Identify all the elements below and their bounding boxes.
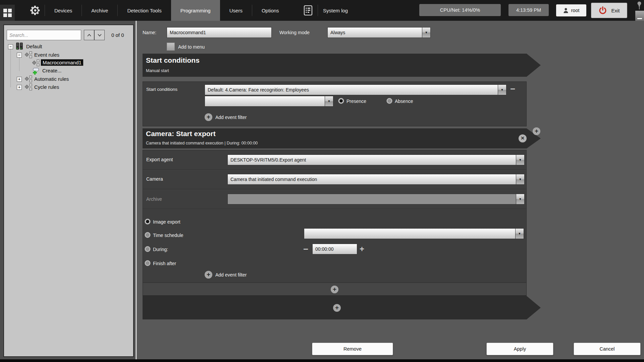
tab-detection-tools[interactable]: Detection Tools	[118, 0, 171, 21]
action-header: Camera: Start export Camera that initiat…	[143, 128, 541, 148]
absence-label: Absence	[395, 99, 413, 104]
current-user-label: root	[571, 8, 580, 13]
start-condition-event-dropdown[interactable]: Default: 4.Camera: Face recognition: Emp…	[205, 84, 506, 95]
tree-toggle-default[interactable]: −	[8, 44, 13, 49]
dropdown-arrow-icon[interactable]: ▼	[516, 174, 525, 185]
finish-after-label: Finish after	[153, 261, 176, 266]
camera-value: Camera that initiated command execution	[227, 174, 516, 185]
add-event-filter-plus-icon[interactable]: +	[205, 113, 212, 121]
add-action-plus-icon[interactable]: +	[533, 127, 540, 135]
add-event-filter-label[interactable]: Add event filter	[215, 272, 247, 278]
camera-dropdown[interactable]: Camera that initiated command execution …	[227, 174, 525, 185]
server-icon	[15, 42, 24, 50]
dropdown-arrow-icon[interactable]: ▼	[515, 228, 524, 239]
settings-gear-button[interactable]	[30, 5, 41, 17]
absence-radio[interactable]	[386, 98, 392, 104]
power-icon	[598, 6, 607, 15]
rule-branch-icon	[24, 83, 33, 91]
remove-action-close-icon[interactable]: ✕	[519, 134, 527, 142]
dropdown-arrow-icon[interactable]: ▼	[516, 194, 525, 204]
tree-item-default[interactable]: Default	[26, 44, 42, 49]
add-to-menu-label: Add to menu	[178, 44, 205, 50]
add-event-filter-plus-icon[interactable]: +	[205, 271, 212, 279]
tree-item-macrocommand1[interactable]: Macrocommand1	[41, 59, 83, 66]
add-sub-action-plus-icon[interactable]: +	[331, 286, 338, 293]
tab-archive[interactable]: Archive	[82, 0, 117, 21]
tab-users[interactable]: Users	[220, 0, 252, 21]
main-tabs: Devices Archive Detection Tools Programm…	[45, 0, 288, 21]
system-log-button[interactable]: System log	[304, 0, 348, 21]
add-event-filter-label[interactable]: Add event filter	[215, 115, 247, 120]
presence-label: Presence	[346, 99, 366, 104]
remove-button[interactable]: Remove	[312, 343, 393, 355]
export-agent-value: DESKTOP-5VRITM5/0.Export agent	[227, 155, 516, 165]
dropdown-arrow-icon[interactable]: ▼	[498, 84, 506, 95]
tree-toggle-automatic-rules[interactable]: +	[17, 77, 22, 82]
archive-dropdown[interactable]: ▼	[227, 194, 525, 204]
tab-programming[interactable]: Programming	[171, 0, 220, 21]
current-user-button[interactable]: root	[556, 4, 586, 16]
start-conditions-subtitle: Manual start	[146, 68, 169, 73]
dropdown-arrow-icon[interactable]: ▼	[516, 155, 525, 165]
sub-event-value	[205, 96, 325, 107]
cancel-button[interactable]: Cancel	[574, 343, 641, 355]
presence-radio[interactable]	[338, 98, 344, 104]
tree-item-create[interactable]: Create...	[42, 68, 62, 73]
during-radio[interactable]	[145, 246, 151, 252]
remove-condition-button[interactable]: −	[510, 84, 515, 93]
apps-grid-icon	[3, 9, 12, 17]
cpu-net-indicator[interactable]: CPU/Net: 14%/0%	[419, 4, 501, 16]
export-agent-dropdown[interactable]: DESKTOP-5VRITM5/0.Export agent ▼	[227, 155, 525, 165]
sub-event-dropdown[interactable]: ▼	[205, 96, 333, 107]
during-decrement-button[interactable]: −	[303, 245, 308, 253]
image-export-label: Image export	[153, 219, 180, 225]
tree-connector	[10, 49, 11, 87]
new-action-band: +	[143, 296, 541, 319]
image-export-radio[interactable]	[145, 219, 151, 225]
time-schedule-dropdown[interactable]: ▼	[304, 228, 524, 239]
search-match-counter: 0 of 0	[111, 32, 124, 38]
dropdown-arrow-icon[interactable]: ▼	[325, 96, 333, 107]
pin-icon[interactable]	[636, 1, 642, 10]
chevron-down-icon	[98, 34, 102, 37]
apps-menu-button[interactable]	[0, 5, 15, 21]
start-condition-event-value: Default: 4.Camera: Face recognition: Emp…	[205, 84, 498, 95]
macro-name-input[interactable]	[167, 27, 272, 38]
tree-toggle-event-rules[interactable]: −	[17, 53, 22, 58]
time-schedule-label: Time schedule	[153, 233, 183, 238]
rule-branch-icon	[24, 51, 33, 59]
new-action-plus-icon[interactable]: +	[333, 304, 341, 312]
object-tree-panel: 0 of 0 − Default − Event rules Macrocomm…	[3, 24, 134, 357]
during-time-input[interactable]	[312, 244, 357, 254]
time-schedule-radio[interactable]	[145, 232, 151, 238]
camera-label: Camera	[146, 176, 163, 182]
topbar-divider	[318, 5, 318, 16]
during-increment-button[interactable]: +	[360, 245, 364, 253]
add-to-menu-checkbox[interactable]	[167, 43, 175, 51]
tree-item-cycle-rules[interactable]: Cycle rules	[34, 84, 59, 90]
tree-item-automatic-rules[interactable]: Automatic rules	[34, 76, 69, 82]
clock-indicator[interactable]: 4:13:59 PM	[508, 4, 549, 16]
export-agent-label: Export agent	[146, 157, 173, 162]
time-schedule-value	[304, 228, 515, 239]
working-mode-dropdown[interactable]: Always ▼	[327, 27, 431, 38]
rule-branch-icon	[32, 59, 40, 67]
search-input[interactable]	[7, 30, 81, 40]
search-prev-button[interactable]	[84, 30, 94, 40]
archive-label: Archive	[146, 196, 162, 202]
start-conditions-row-label: Start conditions	[146, 87, 177, 92]
exit-button[interactable]: Exit	[591, 3, 627, 18]
finish-after-radio[interactable]	[145, 260, 151, 266]
bottom-strip	[0, 359, 644, 362]
name-label: Name:	[143, 30, 156, 35]
dropdown-arrow-icon[interactable]: ▼	[422, 27, 431, 38]
panel-splitter[interactable]	[136, 21, 137, 359]
minimize-button[interactable]	[635, 11, 644, 21]
tab-options[interactable]: Options	[252, 0, 288, 21]
search-next-button[interactable]	[94, 30, 105, 40]
rule-branch-icon	[24, 75, 33, 83]
apply-button[interactable]: Apply	[486, 343, 553, 355]
tree-item-event-rules[interactable]: Event rules	[34, 52, 59, 58]
tree-toggle-cycle-rules[interactable]: +	[17, 85, 22, 90]
tab-devices[interactable]: Devices	[45, 0, 82, 21]
